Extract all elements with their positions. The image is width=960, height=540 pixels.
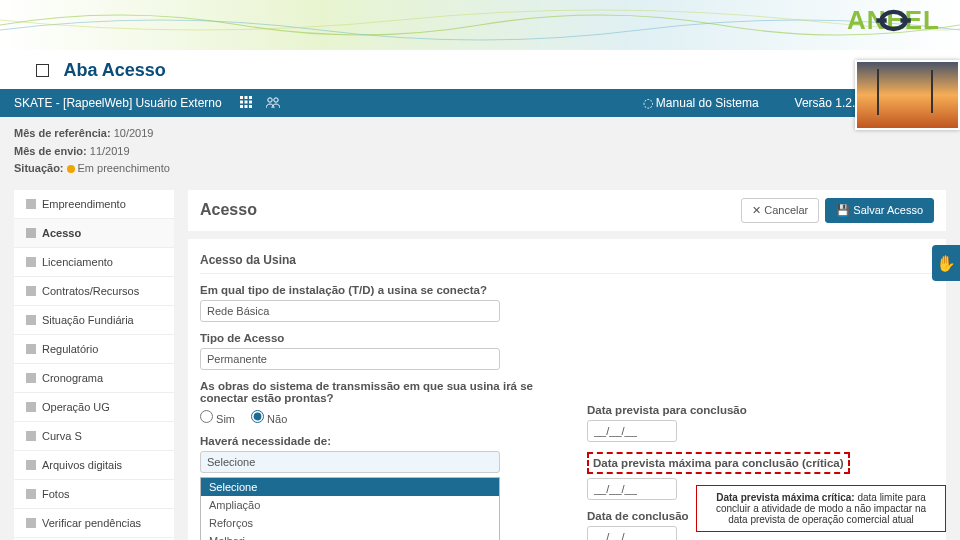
slide-title-row: Aba Acesso [0,50,960,89]
sidebar-item-arquivos-digitais[interactable]: Arquivos digitais [14,451,174,480]
page-title: Acesso [200,201,735,219]
input-data-prevista[interactable] [587,420,677,442]
label-tipo-instalacao: Em qual tipo de instalação (T/D) a usina… [200,284,547,296]
label-data-critica: Data prevista máxima para conclusão (crí… [593,457,844,469]
sidebar-item-verificar-pend-ncias[interactable]: Verificar pendências [14,509,174,538]
sidebar-item-curva-s[interactable]: Curva S [14,422,174,451]
users-icon[interactable] [266,96,280,111]
option-selecione[interactable]: Selecione [201,478,499,496]
option-melhori[interactable]: Melhori [201,532,499,540]
option-reforços[interactable]: Reforços [201,514,499,532]
label-data-prevista: Data prevista para conclusão [587,404,934,416]
sidebar-item-acesso[interactable]: Acesso [14,219,174,248]
svg-rect-7 [244,105,247,108]
sidebar-item-opera-o-ug[interactable]: Operação UG [14,393,174,422]
svg-rect-12 [26,228,36,238]
svg-rect-17 [26,373,36,383]
input-data-conclusao[interactable] [587,526,677,540]
manual-link[interactable]: ◌ Manual do Sistema [643,96,777,110]
label-obras-prontas: As obras do sistema de transmissão em qu… [200,380,547,404]
option-ampliação[interactable]: Ampliação [201,496,499,514]
input-data-critica[interactable] [587,478,677,500]
sidebar-item-regulat-rio[interactable]: Regulatório [14,335,174,364]
aneel-logo-icon [847,5,940,36]
svg-point-9 [267,97,271,101]
grid-icon[interactable] [240,96,252,111]
svg-rect-5 [249,100,252,103]
svg-rect-8 [249,105,252,108]
select-tipo-instalacao[interactable]: Rede Básica [200,300,500,322]
app-name: SKATE - [RapeelWeb] Usuário Externo [14,96,222,110]
status-dot-icon [67,165,75,173]
powerline-photo [855,60,960,130]
svg-rect-3 [240,100,243,103]
sidebar-item-licenciamento[interactable]: Licenciamento [14,248,174,277]
slide-header-decor: ANEEL [0,0,960,50]
side-nav: EmpreendimentoAcessoLicenciamentoContrat… [14,190,174,540]
svg-rect-11 [26,199,36,209]
svg-rect-6 [240,105,243,108]
select-necessidade[interactable]: Selecione SelecioneAmpliaçãoReforçosMelh… [200,451,500,473]
label-tipo-acesso: Tipo de Acesso [200,332,547,344]
svg-rect-22 [26,518,36,528]
radio-nao[interactable]: Não [251,410,287,425]
select-tipo-acesso[interactable]: Permanente [200,348,500,370]
sidebar-item-contratos-recursos[interactable]: Contratos/Recursos [14,277,174,306]
brand-logo: ANEEL [847,5,940,36]
context-info-strip: Mês de referência: 10/2019 Mês de envio:… [0,117,960,186]
sidebar-item-situa-o-fundi-ria[interactable]: Situação Fundiária [14,306,174,335]
svg-point-10 [273,97,277,101]
svg-rect-15 [26,315,36,325]
annotation-callout: Data prevista máxima crítica: data limit… [696,485,946,532]
svg-rect-1 [244,96,247,99]
svg-rect-21 [26,489,36,499]
bullet-square-icon [36,64,49,77]
svg-rect-16 [26,344,36,354]
sidebar-item-fotos[interactable]: Fotos [14,480,174,509]
sidebar-item-cronograma[interactable]: Cronograma [14,364,174,393]
panel-header: Acesso ✕ Cancelar 💾 Salvar Acesso [188,190,946,231]
radio-sim[interactable]: Sim [200,410,235,425]
svg-rect-19 [26,431,36,441]
svg-rect-14 [26,286,36,296]
svg-rect-2 [249,96,252,99]
section-acesso-usina: Acesso da Usina [200,247,934,274]
svg-rect-0 [240,96,243,99]
svg-rect-4 [244,100,247,103]
app-top-bar: SKATE - [RapeelWeb] Usuário Externo ◌ Ma… [0,89,960,117]
sidebar-item-empreendimento[interactable]: Empreendimento [14,190,174,219]
save-button[interactable]: 💾 Salvar Acesso [825,198,934,223]
highlight-data-critica: Data prevista máxima para conclusão (crí… [587,452,850,474]
help-badge[interactable]: ✋ [932,245,960,281]
svg-rect-13 [26,257,36,267]
svg-rect-20 [26,460,36,470]
svg-rect-18 [26,402,36,412]
cancel-button[interactable]: ✕ Cancelar [741,198,819,223]
label-necessidade: Haverá necessidade de: [200,435,547,447]
slide-title: Aba Acesso [63,60,165,81]
